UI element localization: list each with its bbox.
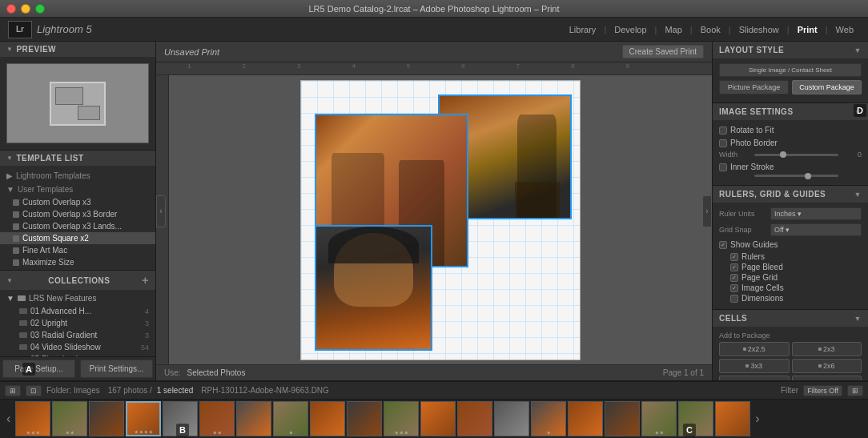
minimize-button[interactable] [21,4,30,14]
filmstrip-photo[interactable] [641,401,677,436]
cells-header[interactable]: Cells ▼ [713,310,868,327]
filmstrip-photo[interactable] [568,401,603,436]
filmstrip-next-arrow[interactable]: › [752,412,762,426]
filmstrip-photo[interactable] [384,401,419,436]
custom-package-btn[interactable]: Custom Package [792,80,862,94]
template-toggle-icon[interactable]: ▼ [6,155,13,162]
template-item[interactable]: Custom Overlap x3 Border [0,208,155,220]
filmstrip-photo[interactable] [199,401,235,436]
nav-web[interactable]: Web [830,22,860,37]
photo-cell-3[interactable] [315,225,432,351]
cell-btn-2x6[interactable]: 2x6 [792,359,862,373]
rotate-to-fit-checkbox[interactable] [719,127,727,135]
rulers-grid-content: Ruler Units Inches ▾ Grid Snap Off ▾ ✓ S… [713,203,868,309]
inner-stroke-slider[interactable] [754,175,838,177]
filmstrip-photo[interactable] [52,401,87,436]
rulers-checkbox[interactable]: ✓ [730,253,738,261]
template-item[interactable]: Maximize Size [0,256,155,268]
left-panel-collapse[interactable]: ‹ [156,195,166,227]
nav-print[interactable]: Print [791,22,824,37]
filmstrip-photo[interactable] [531,401,566,436]
page-grid-checkbox[interactable]: ✓ [730,274,738,282]
filmstrip-photo[interactable] [347,401,382,436]
width-slider-row: Width 0 [719,151,862,159]
dimensions-checkbox[interactable] [730,295,738,303]
collection-item[interactable]: 01 Advanced H...4 [0,305,155,317]
add-collection-button[interactable]: + [142,274,149,287]
collection-item[interactable]: 02 Upright3 [0,317,155,329]
template-item[interactable]: Triptych [0,268,155,270]
filmstrip-photo-selected[interactable] [126,401,161,436]
nav-develop[interactable]: Develop [608,22,653,37]
template-header: ▼ Template List [0,151,155,166]
create-saved-print-button[interactable]: Create Saved Print [622,45,705,58]
page-setup-button[interactable]: Page Setup... [2,360,75,378]
filters-off-toggle[interactable]: Filters Off [803,385,842,396]
page-bleed-checkbox[interactable]: ✓ [730,263,738,271]
app-name: Lightroom 5 [37,23,92,35]
inner-stroke-thumb[interactable] [805,173,811,179]
layout-style-header[interactable]: Layout Style ▼ [713,42,868,58]
nav-book[interactable]: Book [694,22,727,37]
rulers-grid-header[interactable]: Rulers, Grid & Guides ▼ [713,186,868,203]
lightroom-templates-group[interactable]: ▶ Lightroom Templates [0,169,155,183]
canvas-wrapper [156,75,712,364]
width-label: Width [719,151,751,159]
cell-btn-2x25[interactable]: 2x2.5 [719,342,790,356]
label-c: C [683,424,696,436]
nav-map[interactable]: Map [658,22,688,37]
print-settings-button[interactable]: Print Settings... [80,360,153,378]
cell-btn-3x3[interactable]: 3x3 [719,359,790,373]
filmstrip-photo[interactable] [15,401,50,436]
cell-btn-2x3[interactable]: 2x3 [792,342,862,356]
collection-item[interactable]: 04 Video Slideshow54 [0,341,155,353]
right-panel: Layout Style ▼ Single Image / Contact Sh… [712,42,868,380]
show-guides-row: ✓ Show Guides [719,239,862,250]
left-panel: ▼ Preview ▼ Template List ▶ [0,42,156,380]
nav-slideshow[interactable]: Slideshow [733,22,786,37]
filmstrip-photo[interactable] [89,401,124,436]
filmstrip-photo[interactable] [715,401,750,436]
template-item[interactable]: Fine Art Mac [0,244,155,256]
template-item[interactable]: Custom Overlap x3 Lands... [0,220,155,232]
cell-btn-3x7[interactable]: 3x7 [792,376,862,380]
ruler-units-select[interactable]: Inches ▾ [770,207,862,220]
photo-border-checkbox[interactable] [719,139,727,147]
collection-item[interactable]: 03 Radial Gradient3 [0,329,155,341]
right-panel-collapse[interactable]: › [702,195,712,227]
filmstrip-photo[interactable] [273,401,308,436]
single-image-btn[interactable]: Single Image / Contact Sheet [719,63,862,77]
picture-package-btn[interactable]: Picture Package [719,80,789,94]
width-slider[interactable] [754,154,838,156]
filmstrip-photo[interactable] [605,401,640,436]
grid-view-btn[interactable]: ⊞ [5,385,21,396]
width-slider-thumb[interactable] [780,151,786,158]
image-cells-sub-row: ✓ Image Cells [719,283,862,292]
filmstrip-photo[interactable] [236,401,271,436]
user-templates-group[interactable]: ▼ User Templates [0,183,155,196]
preview-toggle-icon[interactable]: ▼ [6,46,13,53]
maximize-button[interactable] [35,4,45,14]
label-a: A [22,363,35,376]
collection-group-header-lrs[interactable]: ▼ LRS New Features [0,291,155,305]
collections-toggle-icon[interactable]: ▼ [6,277,13,284]
filmstrip-grid-btn[interactable]: ⊞ [847,385,863,396]
inner-stroke-checkbox[interactable] [719,163,727,171]
ruler-units-label: Ruler Units [719,210,767,218]
filmstrip-photo[interactable] [494,401,529,436]
image-cells-checkbox[interactable]: ✓ [730,284,738,292]
filmstrip-photo[interactable] [457,401,492,436]
show-guides-checkbox[interactable]: ✓ [719,241,727,249]
grid-snap-select[interactable]: Off ▾ [770,223,862,236]
cell-btn-2x7[interactable]: 2x7 [719,376,790,380]
nav-library[interactable]: Library [563,22,603,37]
filmstrip-photo[interactable] [310,401,345,436]
filmstrip-prev-arrow[interactable]: ‹ [3,412,14,426]
loupe-view-btn[interactable]: ⊡ [26,385,42,396]
template-item[interactable]: Custom Overlap x3 [0,196,155,208]
preview-cell2 [78,106,100,120]
close-button[interactable] [6,4,16,14]
template-item-selected[interactable]: Custom Square x2 [0,232,155,244]
image-settings-header[interactable]: Image Settings ▼ [713,103,868,120]
filmstrip-photo[interactable] [420,401,456,436]
